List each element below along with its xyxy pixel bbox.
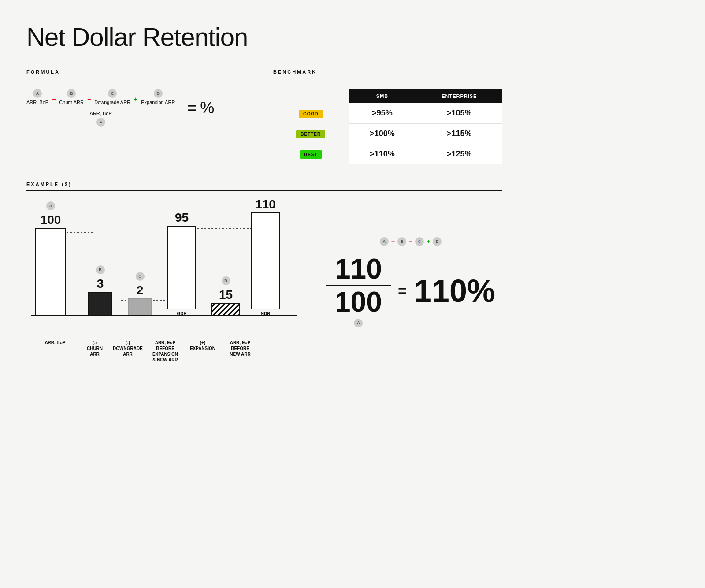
bar-ndr-container: 110 NDR <box>251 197 280 316</box>
badge-best: BEST <box>300 150 322 159</box>
benchmark-label: BENCHMARK <box>273 69 502 74</box>
legend-minus-1: − <box>391 238 395 245</box>
bar-gdr-value: 95 <box>175 211 189 225</box>
badge-best-cell: BEST <box>273 144 349 164</box>
term-b: B Churn ARR <box>59 89 84 105</box>
circle-d: D <box>154 89 163 98</box>
ndr-denominator: 100 A <box>335 286 382 327</box>
legend-circle-b: B <box>397 237 406 246</box>
legend-plus: + <box>427 238 430 245</box>
bar-b-visual <box>88 292 112 316</box>
ndr-fraction: 110 100 A <box>326 255 391 327</box>
badge-good-cell: GOOD <box>273 103 349 123</box>
enterprise-better: >115% <box>416 123 502 144</box>
term-b-text: Churn ARR <box>59 100 84 105</box>
bar-b-container: B 3 <box>88 265 112 316</box>
ndr-formula-panel: A − B − C + D 110 100 A = 110% <box>319 237 502 327</box>
bar-gdr-visual <box>167 226 196 309</box>
circle-a: A <box>33 89 42 98</box>
ndr-denominator-value: 100 <box>335 288 382 316</box>
bar-c-visual <box>128 298 152 316</box>
formula-section: FORMULA A ARR, BoP − B Churn ARR − <box>26 69 256 164</box>
bar-a-value: 100 <box>41 213 61 227</box>
benchmark-row-better: BETTER >100% >115% <box>273 123 502 144</box>
formula-divider <box>26 78 256 78</box>
benchmark-section: BENCHMARK SMB ENTERPRISE GOOD >95% >105% <box>273 69 502 164</box>
percent-sign: % <box>200 99 214 117</box>
benchmark-table: SMB ENTERPRISE GOOD >95% >105% BETTER >1… <box>273 89 502 164</box>
ndr-denominator-circle: A <box>354 319 363 327</box>
ndr-row: 110 100 A = 110% <box>326 255 495 327</box>
benchmark-row-good: GOOD >95% >105% <box>273 103 502 123</box>
fraction-numerator: A ARR, BoP − B Churn ARR − C Downgrade A… <box>26 89 175 108</box>
legend-minus-2: − <box>409 238 412 245</box>
bar-ndr-visual <box>251 212 280 309</box>
benchmark-col-enterprise: ENTERPRISE <box>416 89 502 103</box>
label-downgrade-arr: (-)DOWNGRADEARR <box>110 340 145 357</box>
label-arr-bop: ARR, BoP <box>31 340 79 346</box>
fraction-denominator: ARR, BoP A <box>90 108 112 127</box>
bar-d-visual <box>212 303 240 316</box>
example-divider <box>26 190 502 191</box>
term-d: D Expansion ARR <box>141 89 175 105</box>
plus-operator: + <box>134 96 137 103</box>
bar-circle-d: D <box>222 276 230 285</box>
example-section: EXAMPLE ($) A 100 <box>26 182 502 363</box>
chart-container: A 100 B 3 C 2 95 <box>26 201 301 363</box>
bar-ndr-value: 110 <box>255 197 276 212</box>
badge-better-cell: BETTER <box>273 123 349 144</box>
example-label: EXAMPLE ($) <box>26 182 502 187</box>
ndr-legend: A − B − C + D <box>380 237 442 246</box>
ndr-numerator: 110 <box>326 255 391 286</box>
bar-gdr-container: 95 GDR <box>167 211 196 316</box>
benchmark-row-best: BEST >110% >125% <box>273 144 502 164</box>
circle-b: B <box>67 89 76 98</box>
smb-better: >100% <box>349 123 416 144</box>
formula-result: = % <box>187 99 214 117</box>
label-arr-eop-before: ARR, EoPBEFOREEXPANSION& NEW ARR <box>145 340 185 363</box>
benchmark-divider <box>273 78 502 78</box>
enterprise-best: >125% <box>416 144 502 164</box>
term-c-text: Downgrade ARR <box>94 100 130 105</box>
chart-and-formula: A 100 B 3 C 2 95 <box>26 201 502 363</box>
label-expansion: (+)EXPANSION <box>185 340 220 351</box>
formula-area: A ARR, BoP − B Churn ARR − C Downgrade A… <box>26 89 256 127</box>
equals-sign: = <box>187 99 197 117</box>
smb-good: >95% <box>349 103 416 123</box>
bar-circle-c: C <box>136 272 145 281</box>
bar-circle-a: A <box>46 201 55 210</box>
bar-a-container: A 100 <box>35 201 66 316</box>
label-churn-arr: (-)CHURNARR <box>79 340 110 357</box>
bar-labels-row: ARR, BoP (-)CHURNARR (-)DOWNGRADEARR ARR… <box>26 340 301 363</box>
bar-c-container: C 2 <box>128 272 152 316</box>
denominator-text: ARR, BoP <box>90 111 112 116</box>
smb-best: >110% <box>349 144 416 164</box>
term-d-text: Expansion ARR <box>141 100 175 105</box>
label-arr-eop-ndr: ARR, EoPBEFORENEW ARR <box>220 340 260 357</box>
bar-circle-b: B <box>96 265 105 274</box>
page-title: Net Dollar Retention <box>26 22 502 52</box>
enterprise-good: >105% <box>416 103 502 123</box>
bar-b-value: 3 <box>97 277 104 291</box>
bar-d-value: 15 <box>219 288 233 302</box>
benchmark-col-empty <box>273 89 349 103</box>
ndr-result: 110% <box>414 273 495 309</box>
badge-better: BETTER <box>296 130 325 138</box>
minus-operator-2: − <box>87 96 91 103</box>
term-a: A ARR, BoP <box>26 89 48 105</box>
bar-a-visual <box>35 228 66 316</box>
chart-baseline <box>31 315 297 316</box>
formula-label: FORMULA <box>26 69 256 74</box>
formula-fraction: A ARR, BoP − B Churn ARR − C Downgrade A… <box>26 89 175 127</box>
bar-d-container: D 15 <box>212 276 240 316</box>
legend-circle-c: C <box>415 237 424 246</box>
legend-circle-d: D <box>433 237 442 246</box>
legend-circle-a: A <box>380 237 389 246</box>
denominator-circle: A <box>96 118 105 127</box>
circle-c: C <box>108 89 117 98</box>
benchmark-col-smb: SMB <box>349 89 416 103</box>
term-a-text: ARR, BoP <box>26 100 48 105</box>
term-c: C Downgrade ARR <box>94 89 130 105</box>
minus-operator-1: − <box>52 96 56 103</box>
bar-c-value: 2 <box>137 283 144 298</box>
